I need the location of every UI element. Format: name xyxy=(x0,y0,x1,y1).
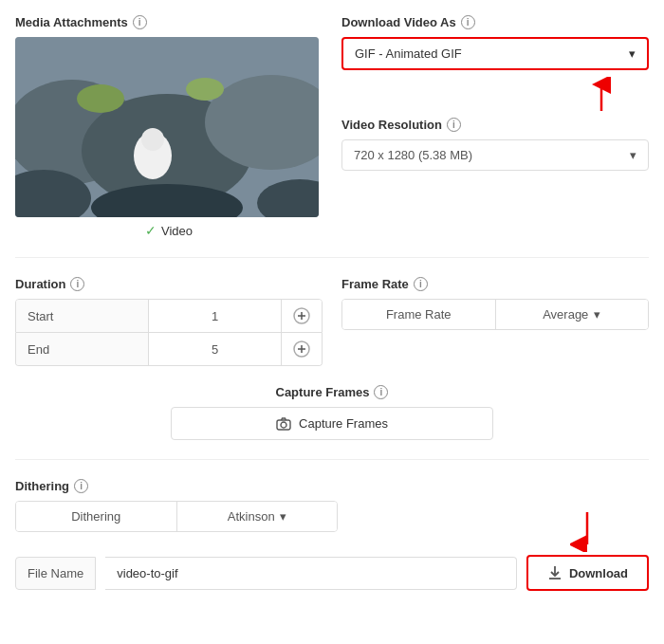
download-btn-wrapper: Download xyxy=(526,555,649,591)
resolution-chevron-icon: ▾ xyxy=(630,148,636,162)
dithering-label: Dithering i xyxy=(15,479,649,493)
capture-frames-button-label: Capture Frames xyxy=(299,416,388,431)
svg-point-4 xyxy=(77,84,124,113)
framerate-label: Frame Rate i xyxy=(341,277,649,291)
dithering-value: Atkinson xyxy=(228,509,275,524)
dithering-info-icon[interactable]: i xyxy=(74,479,88,493)
download-button[interactable]: Download xyxy=(526,555,649,591)
resolution-value: 720 x 1280 (5.38 MB) xyxy=(354,148,472,162)
duration-start-stepper[interactable] xyxy=(282,300,322,332)
duration-start-value[interactable]: 1 xyxy=(149,300,282,332)
format-chevron-icon: ▾ xyxy=(629,46,636,61)
bottom-row: File Name Download xyxy=(15,555,649,591)
duration-label: Duration i xyxy=(15,277,323,291)
duration-end-stepper[interactable] xyxy=(282,333,322,365)
duration-section: Duration i Start 1 End 5 xyxy=(15,277,323,366)
framerate-value: Average xyxy=(543,307,588,322)
download-format-value: GIF - Animated GIF xyxy=(355,46,462,61)
dithering-cell-label: Dithering xyxy=(16,502,177,531)
media-attachments-label: Media Attachments i xyxy=(15,15,323,29)
dithering-section: Dithering i Dithering Atkinson ▾ xyxy=(15,479,649,532)
download-video-info-icon[interactable]: i xyxy=(461,15,475,29)
svg-point-7 xyxy=(141,128,164,151)
framerate-table: Frame Rate Average ▾ xyxy=(341,299,649,330)
video-resolution-label: Video Resolution i xyxy=(341,118,649,132)
filename-label: File Name xyxy=(15,557,96,590)
download-icon xyxy=(547,565,563,580)
resolution-dropdown[interactable]: 720 x 1280 (5.38 MB) ▾ xyxy=(341,139,649,171)
framerate-dropdown[interactable]: Average ▾ xyxy=(496,300,649,329)
download-button-label: Download xyxy=(569,566,628,580)
capture-frames-button[interactable]: Capture Frames xyxy=(171,407,493,440)
duration-end-value[interactable]: 5 xyxy=(149,333,282,365)
video-thumbnail xyxy=(15,37,319,217)
svg-point-19 xyxy=(281,422,286,428)
framerate-cell-label: Frame Rate xyxy=(342,300,496,329)
capture-frames-info-icon[interactable]: i xyxy=(374,385,388,399)
filename-input[interactable] xyxy=(105,557,517,590)
capture-frames-label: Capture Frames i xyxy=(15,385,649,399)
framerate-info-icon[interactable]: i xyxy=(414,277,428,291)
dithering-chevron-icon: ▾ xyxy=(280,509,286,524)
capture-frames-section: Capture Frames i Capture Frames xyxy=(15,385,649,440)
video-resolution-info-icon[interactable]: i xyxy=(447,118,461,132)
duration-end-label: End xyxy=(16,333,149,365)
duration-start-label: Start xyxy=(16,300,149,332)
framerate-chevron-icon: ▾ xyxy=(594,307,600,322)
video-label: ✓ Video xyxy=(15,223,323,238)
duration-info-icon[interactable]: i xyxy=(70,277,84,291)
media-attachments-info-icon[interactable]: i xyxy=(133,15,147,29)
svg-point-5 xyxy=(186,78,224,101)
dithering-dropdown[interactable]: Atkinson ▾ xyxy=(177,502,338,531)
download-format-dropdown[interactable]: GIF - Animated GIF ▾ xyxy=(341,37,649,70)
camera-icon xyxy=(276,417,291,431)
dithering-table: Dithering Atkinson ▾ xyxy=(15,501,338,532)
download-video-as-label: Download Video As i xyxy=(341,15,649,29)
arrow-annotation xyxy=(582,77,620,116)
framerate-section: Frame Rate i Frame Rate Average ▾ xyxy=(341,277,649,366)
check-icon: ✓ xyxy=(145,223,157,238)
download-arrow-annotation xyxy=(570,512,604,555)
